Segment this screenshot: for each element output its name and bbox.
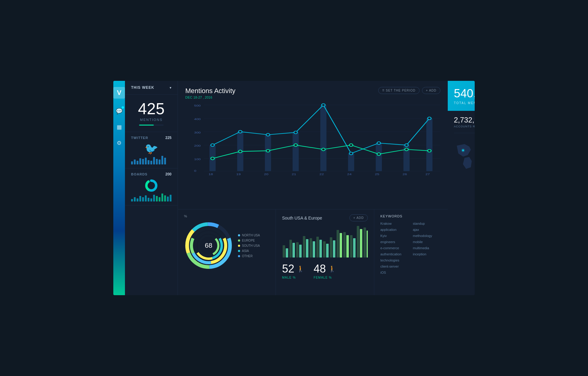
keyword-technologies[interactable]: technologies	[380, 258, 409, 262]
svg-rect-79	[319, 240, 322, 258]
svg-text:100: 100	[194, 157, 201, 160]
legend-label: NORTH USA	[242, 234, 260, 237]
analytics-icon[interactable]: ▦	[117, 124, 122, 130]
keyword-ecommerce[interactable]: e-commerce	[380, 246, 409, 250]
svg-text:24: 24	[347, 172, 352, 175]
legend-asia: ASIA	[238, 249, 260, 253]
svg-point-41	[428, 149, 431, 152]
svg-point-28	[322, 104, 325, 107]
svg-rect-89	[353, 238, 356, 258]
bar	[134, 160, 136, 164]
svg-rect-75	[306, 239, 308, 258]
reach-stats: 2,732,907 ACCOUNTS REACHED x 3.2 EXPOSUR…	[454, 116, 475, 133]
add-button[interactable]: + ADD	[422, 87, 440, 94]
svg-rect-93	[367, 231, 368, 258]
bottom-section: %	[178, 209, 448, 295]
twitter-bird-icon: 🐦	[145, 142, 158, 155]
keyword-ajax[interactable]: ajax	[413, 228, 442, 231]
bar	[145, 158, 147, 164]
bar	[139, 158, 141, 164]
bar	[131, 199, 133, 201]
legend-dot	[238, 250, 240, 252]
svg-point-32	[428, 117, 431, 120]
svg-point-95	[461, 149, 465, 152]
twitter-mini-bars	[131, 157, 172, 164]
svg-rect-84	[337, 230, 339, 258]
svg-text:68: 68	[205, 242, 212, 249]
bar	[161, 194, 163, 201]
svg-rect-86	[343, 232, 346, 258]
svg-rect-92	[364, 227, 366, 258]
keywords-section: KEYWORDS Krakow standup application ajax…	[374, 209, 448, 295]
legend-europe: EUROPE	[238, 239, 260, 242]
keyword-client-server[interactable]: client-server	[380, 265, 409, 268]
donut-area: 68 NORTH USA EUROPE	[184, 221, 270, 270]
messages-icon[interactable]: 💬	[116, 108, 123, 115]
svg-rect-87	[346, 235, 349, 258]
donut-legend: NORTH USA EUROPE SOUTH USA ASIA	[238, 234, 260, 258]
keyword-engineers[interactable]: engineers	[380, 240, 409, 244]
bar	[164, 195, 166, 201]
svg-point-37	[322, 148, 325, 151]
keyword-krakow[interactable]: Krakow	[380, 222, 409, 225]
bar	[170, 195, 172, 201]
bar-add-button[interactable]: + ADD	[349, 214, 368, 221]
main-content: Mentions Activity DEC 18-27 , 2016 ⠿ SET…	[178, 81, 448, 295]
svg-rect-17	[265, 135, 271, 171]
set-period-button[interactable]: ⠿ SET THE PERIOD	[378, 87, 420, 94]
total-mentions-card: 540,714 TOTAL MENTIONS	[448, 81, 475, 111]
total-number-group: 540,714 TOTAL MENTIONS	[454, 87, 475, 105]
keyword-multimedia[interactable]: multimedia	[413, 246, 442, 250]
male-number: 52	[282, 262, 294, 275]
female-stat: 48 🚶 FEMALE %	[314, 262, 336, 279]
twitter-header: TWITTER 225	[131, 136, 172, 140]
svg-rect-81	[326, 244, 329, 258]
bar	[139, 196, 141, 201]
keyword-mobile[interactable]: mobile	[413, 240, 442, 244]
mentions-number: 425	[138, 101, 165, 117]
mentions-card: 425 MENTIONS	[125, 95, 178, 132]
settings-icon[interactable]: ⚙	[117, 140, 122, 146]
svg-point-40	[405, 148, 408, 151]
bar	[148, 198, 149, 201]
mentions-activity-section: Mentions Activity DEC 18-27 , 2016 ⠿ SET…	[178, 81, 448, 209]
keyword-authentication[interactable]: authentication	[380, 252, 409, 256]
keyword-methodology[interactable]: methodology	[413, 234, 442, 238]
total-header: 540,714 TOTAL MENTIONS	[454, 87, 475, 105]
legend-label: SOUTH USA	[242, 244, 260, 247]
bar	[137, 198, 138, 201]
bar	[142, 197, 144, 201]
keyword-standup[interactable]: standup	[413, 222, 442, 225]
app-logo[interactable]: V	[113, 87, 125, 99]
svg-rect-74	[303, 236, 305, 258]
boards-header: BOARDS 200	[131, 172, 172, 176]
line-chart-svg: 500 400 300 200 100 0	[185, 102, 440, 175]
week-selector[interactable]: THIS WEEK ▾	[125, 81, 178, 95]
world-map-svg	[454, 138, 475, 172]
bar	[159, 160, 160, 164]
svg-rect-72	[296, 242, 299, 258]
keyword-inception[interactable]: inception	[413, 252, 442, 256]
svg-rect-83	[333, 240, 335, 258]
mentions-label: MENTIONS	[140, 118, 163, 122]
percent-label: %	[184, 214, 270, 218]
bar	[150, 198, 152, 201]
svg-point-27	[294, 131, 297, 134]
twitter-icon-container: 🐦	[131, 142, 172, 155]
keyword-kyiv[interactable]: Kyiv	[380, 234, 409, 238]
twitter-count: 225	[165, 136, 172, 140]
svg-text:400: 400	[194, 117, 201, 120]
world-map	[454, 138, 475, 172]
legend-label: OTHER	[242, 254, 253, 258]
donut-svg: 68	[184, 221, 233, 270]
svg-text:21: 21	[292, 172, 296, 175]
legend-other: OTHER	[238, 254, 260, 258]
legend-south-usa: SOUTH USA	[238, 244, 260, 247]
line-chart-container: 500 400 300 200 100 0	[185, 102, 440, 175]
bar-section-header: South USA & Europe + ADD	[282, 214, 368, 221]
svg-rect-71	[292, 243, 295, 258]
bar	[156, 196, 158, 201]
keyword-ios[interactable]: iOS	[380, 271, 409, 274]
keyword-application[interactable]: application	[380, 228, 409, 231]
svg-rect-78	[316, 237, 319, 258]
